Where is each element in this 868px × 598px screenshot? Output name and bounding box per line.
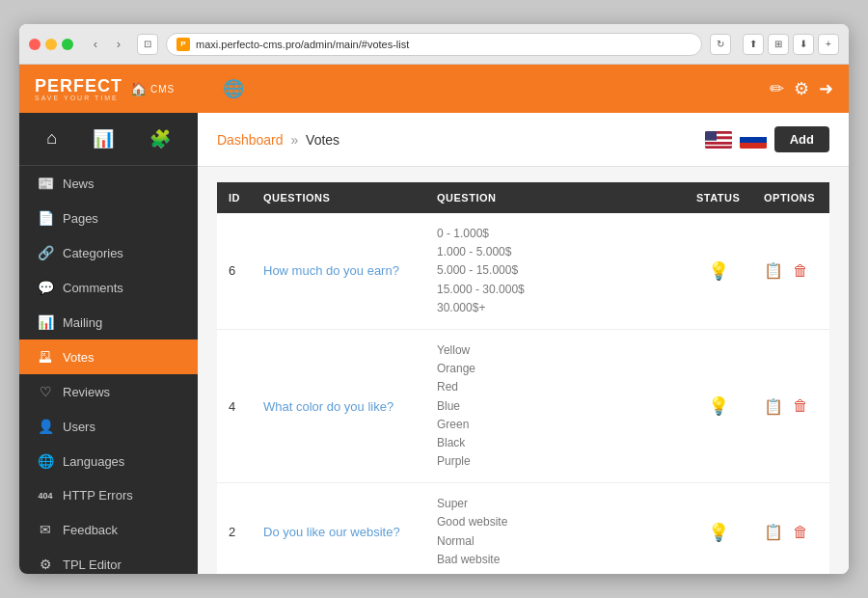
breadcrumb: Dashboard » Votes (217, 132, 339, 148)
table-row: 4 What color do you like? YellowOrangeRe… (217, 329, 829, 482)
pages-icon: 📄 (38, 210, 53, 226)
comments-icon: 💬 (38, 280, 53, 295)
url-bar[interactable]: P maxi.perfecto-cms.pro/admin/main/#vote… (166, 33, 702, 56)
logo-perfect: PERFECT (35, 77, 122, 95)
row-2-id: 4 (217, 329, 252, 482)
action-icons-1: 📋 🗑 (764, 261, 818, 280)
content-area: Dashboard » Votes (198, 113, 849, 574)
http-errors-icon: 404 (38, 491, 53, 501)
browser-window: ‹ › ⊡ P maxi.perfecto-cms.pro/admin/main… (19, 24, 849, 574)
globe-icon[interactable]: 🌐 (223, 78, 244, 99)
sidebar-item-votes[interactable]: 🗳 Votes (19, 340, 198, 374)
home-icon[interactable]: ⌂ (42, 124, 61, 153)
flag-us[interactable] (705, 131, 732, 149)
row-1-question-link[interactable]: How much do you earn? (252, 213, 425, 329)
status-active-icon-3[interactable]: 💡 (708, 523, 729, 542)
header-actions: ✏ ⚙ ➜ (770, 78, 833, 99)
forward-button[interactable]: › (108, 34, 129, 55)
breadcrumb-sep: » (290, 132, 298, 148)
dot-red[interactable] (29, 39, 41, 50)
sidebar-item-votes-label: Votes (63, 350, 95, 365)
delete-row-1-icon[interactable]: 🗑 (793, 262, 808, 280)
data-table: ID QUESTIONS QUESTION STATUS OPTIONS 6 (217, 182, 829, 574)
svg-rect-11 (740, 143, 767, 149)
action-icons-2: 📋 🗑 (764, 397, 818, 416)
sidebar-item-reviews[interactable]: ♡ Reviews (19, 374, 198, 409)
edit-row-3-icon[interactable]: 📋 (764, 523, 783, 541)
row-2-status: 💡 (685, 329, 752, 482)
table-row: 2 Do you like our website? SuperGood web… (217, 483, 829, 574)
browser-actions: ⬆ ⊞ ⬇ + (743, 34, 839, 55)
breadcrumb-home-link[interactable]: Dashboard (217, 132, 284, 148)
logout-icon[interactable]: ➜ (819, 78, 833, 99)
favicon: P (176, 38, 190, 51)
row-2-question-link[interactable]: What color do you like? (252, 329, 425, 482)
table-container: ID QUESTIONS QUESTION STATUS OPTIONS 6 (198, 167, 849, 574)
flag-ru[interactable] (740, 131, 767, 149)
status-active-icon-2[interactable]: 💡 (708, 396, 729, 416)
back-button[interactable]: ‹ (85, 34, 106, 55)
sidebar-item-users[interactable]: 👤 Users (19, 409, 198, 444)
browser-dots (29, 39, 73, 50)
add-tab-button[interactable]: + (818, 34, 839, 55)
row-3-status: 💡 (685, 483, 752, 574)
row-3-question-link[interactable]: Do you like our website? (252, 483, 425, 574)
svg-rect-9 (740, 131, 767, 137)
row-3-actions: 📋 🗑 (752, 483, 829, 574)
sidebar-top-icons: ⌂ 📊 🧩 (19, 113, 198, 166)
row-1-actions: 📋 🗑 (752, 213, 829, 329)
row-3-question-anchor[interactable]: Do you like our website? (263, 525, 400, 539)
new-tab-button[interactable]: ⊞ (768, 34, 789, 55)
table-row: 6 How much do you earn? 0 - 1.000$1.000 … (217, 213, 829, 329)
col-header-question: QUESTION (425, 182, 685, 213)
sidebar-item-categories-label: Categories (63, 246, 123, 260)
row-1-options: 0 - 1.000$1.000 - 5.000$5.000 - 15.000$1… (425, 213, 685, 329)
row-3-options: SuperGood websiteNormalBad website (425, 483, 685, 574)
users-icon: 👤 (38, 419, 53, 434)
action-icons-3: 📋 🗑 (764, 523, 818, 541)
edit-row-2-icon[interactable]: 📋 (764, 397, 783, 416)
col-header-questions: QUESTIONS (252, 182, 425, 213)
reviews-icon: ♡ (38, 384, 53, 399)
sidebar-item-tpl-editor[interactable]: ⚙ TPL Editor (19, 547, 198, 574)
row-1-question-anchor[interactable]: How much do you earn? (263, 263, 399, 278)
dot-yellow[interactable] (45, 39, 57, 50)
share-button[interactable]: ⬆ (743, 34, 764, 55)
sidebar-item-mailing[interactable]: 📊 Mailing (19, 305, 198, 340)
edit-row-1-icon[interactable]: 📋 (764, 261, 783, 280)
col-header-id: ID (217, 182, 252, 213)
main-area: ⌂ 📊 🧩 📰 News 📄 Pages 🔗 Categories (19, 113, 849, 574)
url-text: maxi.perfecto-cms.pro/admin/main/#votes-… (196, 39, 409, 50)
sidebar-item-feedback[interactable]: ✉ Feedback (19, 512, 198, 547)
add-button[interactable]: Add (774, 126, 829, 152)
sidebar-item-mailing-label: Mailing (63, 315, 102, 330)
content-header-actions: Add (705, 126, 829, 152)
delete-row-3-icon[interactable]: 🗑 (793, 524, 808, 541)
sidebar-item-languages[interactable]: 🌐 Languages (19, 444, 198, 478)
header-nav: 🌐 (203, 78, 770, 99)
reload-button[interactable]: ↻ (710, 34, 731, 55)
edit-icon[interactable]: ✏ (770, 78, 784, 99)
sidebar-item-http-errors[interactable]: 404 HTTP Errors (19, 478, 198, 512)
delete-row-2-icon[interactable]: 🗑 (793, 397, 808, 415)
languages-icon: 🌐 (38, 453, 53, 469)
row-2-options: YellowOrangeRedBlueGreenBlackPurple (425, 329, 685, 482)
download-button[interactable]: ⬇ (793, 34, 814, 55)
stats-icon[interactable]: 📊 (89, 124, 118, 153)
sidebar-item-reviews-label: Reviews (63, 385, 110, 399)
svg-rect-8 (705, 131, 717, 141)
settings-icon[interactable]: ⚙ (794, 78, 809, 99)
table-header-row: ID QUESTIONS QUESTION STATUS OPTIONS (217, 182, 829, 213)
col-header-status: STATUS (685, 182, 752, 213)
status-active-icon-1[interactable]: 💡 (708, 261, 729, 281)
votes-icon: 🗳 (38, 349, 53, 365)
breadcrumb-current: Votes (306, 132, 339, 148)
puzzle-icon[interactable]: 🧩 (146, 124, 175, 153)
sidebar-item-news[interactable]: 📰 News (19, 166, 198, 201)
sidebar-item-pages[interactable]: 📄 Pages (19, 201, 198, 235)
sidebar-item-categories[interactable]: 🔗 Categories (19, 235, 198, 270)
row-2-question-anchor[interactable]: What color do you like? (263, 399, 393, 414)
svg-rect-10 (740, 137, 767, 143)
dot-green[interactable] (62, 39, 73, 50)
sidebar-item-comments[interactable]: 💬 Comments (19, 270, 198, 305)
